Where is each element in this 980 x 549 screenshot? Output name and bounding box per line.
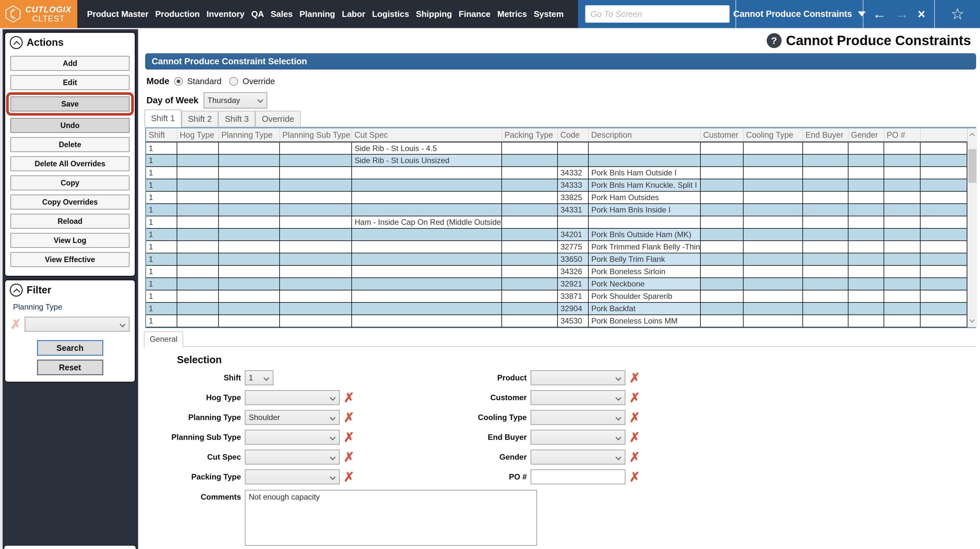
grid-column-header[interactable]	[920, 128, 967, 142]
menu-item[interactable]: Logistics	[372, 9, 409, 19]
clear-field-icon[interactable]: ✗	[344, 471, 355, 484]
cell-planning-sub-type[interactable]	[280, 302, 352, 315]
cell-description[interactable]	[589, 154, 700, 167]
field-control[interactable]	[245, 430, 340, 445]
cell-cut-spec[interactable]	[352, 179, 502, 192]
grid-row[interactable]: 1 34201 Pork Bnls Outside Ham (MK)	[146, 228, 967, 241]
cell-planning-type[interactable]	[218, 192, 280, 204]
cell-end-buyer[interactable]	[803, 315, 848, 327]
cell-po[interactable]	[884, 167, 920, 179]
collapse-chevron-icon[interactable]	[10, 36, 23, 49]
grid-row[interactable]: 1 33871 Pork Shoulder Sparerib	[146, 290, 967, 302]
cell-cooling-type[interactable]	[743, 204, 803, 216]
cell-shift[interactable]: 1	[146, 179, 177, 192]
cell-cut-spec[interactable]	[352, 228, 502, 241]
cell-end-buyer[interactable]	[803, 290, 848, 302]
cell-hog-type[interactable]	[177, 241, 218, 253]
cell-planning-sub-type[interactable]	[280, 204, 352, 216]
cell-shift[interactable]: 1	[146, 278, 177, 290]
scroll-down-icon[interactable]	[970, 318, 975, 323]
cell-gender[interactable]	[848, 192, 884, 204]
menu-item[interactable]: System	[533, 9, 564, 19]
action-button[interactable]: Reload	[10, 214, 130, 229]
cell-gender[interactable]	[848, 302, 884, 315]
grid-column-header[interactable]: Cooling Type	[743, 128, 803, 142]
cell-cut-spec[interactable]	[352, 315, 502, 327]
cell-gender[interactable]	[848, 204, 884, 216]
cell-cooling-type[interactable]	[743, 241, 803, 253]
cell-customer[interactable]	[700, 290, 743, 302]
cell-cooling-type[interactable]	[743, 302, 803, 315]
cell-packing-type[interactable]	[502, 142, 558, 154]
clear-field-icon[interactable]: ✗	[629, 471, 640, 484]
menu-item[interactable]: QA	[251, 9, 264, 19]
grid-row[interactable]: 1 32775 Pork Trimmed Flank Belly -Thin	[146, 241, 967, 253]
clear-field-icon[interactable]: ✗	[344, 391, 355, 404]
cell-hog-type[interactable]	[177, 253, 218, 265]
cell-cooling-type[interactable]	[743, 265, 803, 278]
cell-planning-type[interactable]	[218, 142, 280, 154]
grid-column-header[interactable]: Hog Type	[177, 128, 218, 142]
cell-gender[interactable]	[848, 265, 884, 278]
cell-planning-type[interactable]	[218, 167, 280, 179]
field-control[interactable]	[531, 370, 625, 385]
mode-radio[interactable]	[229, 77, 238, 86]
cell-po[interactable]	[884, 302, 920, 315]
cell-gender[interactable]	[848, 315, 884, 327]
brand-logo[interactable]: CUTLOGIX CLTEST	[0, 0, 77, 28]
grid-row[interactable]: 1 34332 Pork Bnls Ham Outside I	[146, 167, 967, 179]
cell-shift[interactable]: 1	[146, 167, 177, 179]
cell-cooling-type[interactable]	[743, 228, 803, 241]
grid-row[interactable]: 1 Ham - Inside Cap On Red (Middle Outsid…	[146, 216, 967, 228]
cell-packing-type[interactable]	[502, 315, 558, 327]
menu-item[interactable]: Production	[155, 9, 200, 19]
grid-row[interactable]: 1 34530 Pork Boneless Loins MM	[146, 315, 967, 327]
search-button[interactable]: Search	[37, 340, 103, 356]
cell-hog-type[interactable]	[177, 290, 218, 302]
cell-code[interactable]: 32775	[558, 241, 589, 253]
cell-gender[interactable]	[848, 241, 884, 253]
cell-description[interactable]: Pork Shoulder Sparerib	[589, 290, 700, 302]
cell-po[interactable]	[884, 204, 920, 216]
cell-planning-type[interactable]	[218, 241, 280, 253]
cell-packing-type[interactable]	[502, 241, 558, 253]
cell-shift[interactable]: 1	[146, 204, 177, 216]
back-arrow-icon[interactable]: ←	[872, 7, 886, 21]
field-control[interactable]	[531, 430, 625, 445]
cell-gender[interactable]	[848, 216, 884, 228]
cell-planning-sub-type[interactable]	[280, 154, 352, 167]
screen-selector-dropdown[interactable]: Cannot Produce Constraints	[736, 9, 863, 19]
grid-row[interactable]: 1 Side Rib - St Louis - 4.5	[146, 142, 967, 154]
cell-cut-spec[interactable]	[352, 265, 502, 278]
cell-gender[interactable]	[848, 253, 884, 265]
cell-end-buyer[interactable]	[803, 228, 848, 241]
cell-cooling-type[interactable]	[743, 167, 803, 179]
cell-packing-type[interactable]	[502, 253, 558, 265]
grid-column-header[interactable]: End Buyer	[803, 128, 848, 142]
scrollbar-thumb[interactable]	[968, 149, 977, 183]
cell-po[interactable]	[884, 192, 920, 204]
cell-shift[interactable]: 1	[146, 290, 177, 302]
cell-packing-type[interactable]	[502, 179, 558, 192]
cell-hog-type[interactable]	[177, 204, 218, 216]
grid-column-header[interactable]: Description	[589, 128, 700, 142]
cell-cooling-type[interactable]	[743, 253, 803, 265]
day-of-week-select[interactable]: Thursday	[204, 92, 267, 109]
menu-item[interactable]: Planning	[299, 9, 335, 19]
cell-planning-sub-type[interactable]	[280, 216, 352, 228]
grid-column-header[interactable]: Packing Type	[502, 128, 558, 142]
shift-tab[interactable]: Shift 2	[181, 111, 218, 127]
cell-description[interactable]: Pork Belly Trim Flank	[589, 253, 700, 265]
cell-code[interactable]: 34530	[558, 315, 589, 327]
help-icon[interactable]: ?	[767, 33, 781, 48]
cell-end-buyer[interactable]	[803, 253, 848, 265]
grid-column-header[interactable]: Code	[558, 128, 589, 142]
cell-cut-spec[interactable]	[352, 290, 502, 302]
cell-planning-sub-type[interactable]	[280, 265, 352, 278]
field-control[interactable]	[531, 410, 625, 425]
cell-packing-type[interactable]	[502, 302, 558, 315]
field-control[interactable]	[245, 450, 340, 464]
cell-hog-type[interactable]	[177, 265, 218, 278]
field-control[interactable]	[531, 450, 625, 464]
grid-column-header[interactable]: Planning Type	[218, 128, 280, 142]
